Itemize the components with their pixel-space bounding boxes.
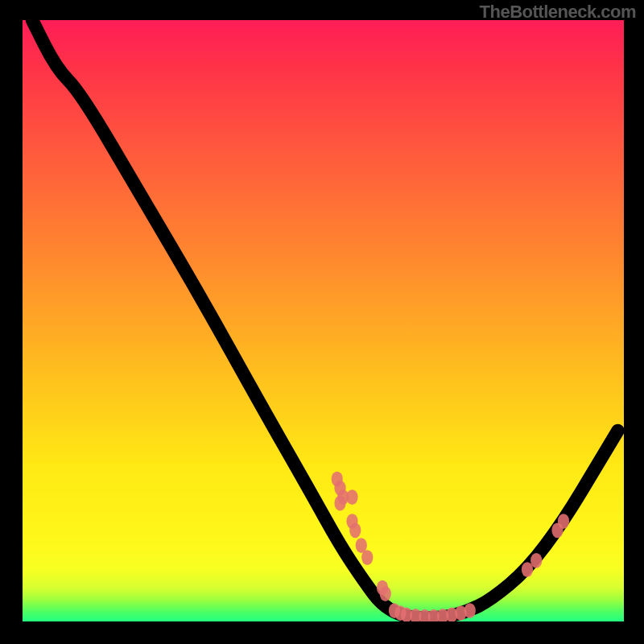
data-markers	[332, 472, 570, 624]
data-marker	[380, 586, 391, 601]
data-marker	[349, 522, 361, 538]
data-marker	[334, 496, 345, 511]
bottleneck-curve-svg	[20, 20, 624, 624]
data-marker	[558, 514, 569, 529]
data-marker	[346, 489, 357, 505]
bottleneck-curve	[32, 20, 618, 618]
attribution-text: TheBottleneck.com	[480, 2, 636, 23]
data-marker	[522, 562, 533, 577]
data-marker	[530, 553, 542, 568]
page: TheBottleneck.com	[0, 0, 644, 644]
data-marker	[464, 603, 476, 618]
bottleneck-chart	[20, 20, 624, 624]
data-marker	[361, 550, 373, 565]
